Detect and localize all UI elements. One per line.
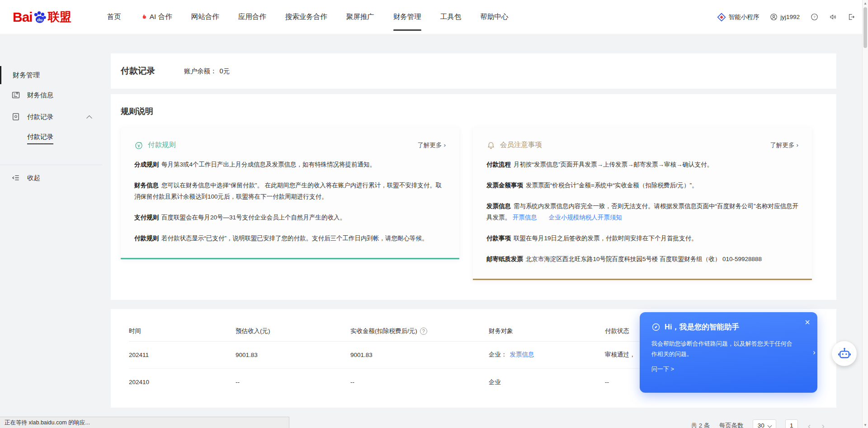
note-paragraph: 发票金额事项发票票面“价税合计”金额=系统中“实收金额（扣除税费后/元）”。 (486, 180, 798, 191)
scroll-up-arrow[interactable]: ▲ (863, 0, 868, 6)
invoice-info-cell-link[interactable]: 发票信息 (510, 351, 534, 358)
sidebar-divider (0, 165, 103, 165)
nav-item-website[interactable]: 网站合作 (182, 0, 229, 34)
col-header-finance-object: 财务对象 (489, 327, 605, 335)
id-card-icon (11, 90, 20, 100)
chevron-right-icon[interactable]: › (813, 348, 816, 357)
user-icon (770, 13, 778, 21)
note-paragraph: 邮寄纸质发票北京市海淀区西北旺东路10号院百度科技园5号楼 百度联盟财务组（收）… (486, 254, 798, 265)
speaker-icon (829, 13, 837, 21)
nav-item-home[interactable]: 首页 (98, 0, 131, 34)
scroll-down-arrow[interactable]: ▼ (863, 422, 868, 428)
topbar-right: 智能小程序 jyj1992 ? (717, 13, 855, 22)
badge-star-icon (11, 112, 20, 121)
page-title-bar: 付款记录 账户余额：0元 (111, 53, 836, 89)
logout-icon (848, 13, 855, 21)
col-header-estimated-income: 预估收入(元) (236, 327, 350, 335)
nav-item-search-biz[interactable]: 搜索业务合作 (276, 0, 337, 34)
member-notes-card: 会员注意事项 了解更多› 付款流程月初按“发票信息”页面开具发票→上传发票→邮寄… (473, 128, 812, 280)
account-balance-value: 0元 (220, 67, 230, 75)
rule-paragraph: 分成规则每月第3或4个工作日产出上月分成信息及发票信息，如有特殊情况将提前通知。 (134, 159, 446, 171)
sidebar-item-payment-record[interactable]: 付款记录 (0, 106, 111, 128)
chevron-right-icon: › (797, 142, 799, 148)
main-nav: 首页 AI 合作 网站合作 应用合作 搜索业务合作 聚屏推广 财务管理 工具包 … (98, 0, 518, 34)
cell-time: 202411 (129, 352, 236, 358)
member-notes-card-title: 会员注意事项 (500, 140, 542, 150)
chevron-right-icon: › (444, 142, 446, 148)
prev-page-button[interactable]: ‹ (807, 421, 812, 428)
close-icon[interactable]: × (805, 318, 810, 327)
nav-item-juping[interactable]: 聚屏推广 (337, 0, 384, 34)
rules-section-title: 规则说明 (121, 106, 826, 117)
bell-icon (486, 141, 495, 150)
note-paragraph: 付款流程月初按“发票信息”页面开具发票→上传发票→邮寄发票→审核→确认支付。 (486, 159, 798, 171)
collapse-icon (11, 173, 20, 182)
account-balance: 账户余额：0元 (184, 67, 230, 76)
sound-button[interactable] (829, 13, 837, 21)
nav-item-help[interactable]: 帮助中心 (471, 0, 518, 34)
payment-rules-more-link[interactable]: 了解更多› (418, 141, 446, 149)
cell-time: 202410 (129, 379, 236, 385)
scrollbar-thumb[interactable] (863, 7, 867, 48)
cell-finance-object: 企业：发票信息 (489, 351, 605, 359)
member-notes-more-link[interactable]: 了解更多› (770, 141, 799, 149)
col-header-time: 时间 (129, 327, 236, 335)
baidu-union-logo[interactable]: Bai du 联盟 (13, 9, 71, 25)
sidebar-subitem-payment-record[interactable]: 付款记录 (0, 128, 111, 149)
robot-icon (837, 346, 852, 361)
rule-paragraph: 财务信息您可以在财务信息中选择“保留付款”。 在此期间您产生的收入将在账户内进行… (134, 180, 446, 203)
help-button[interactable]: ? (811, 13, 818, 21)
rule-paragraph: 支付规则百度联盟会在每月20号—31号支付企业会员上个自然月产生的收入。 (134, 212, 446, 224)
logo-text-bai: Bai (13, 10, 33, 25)
compass-icon (651, 323, 660, 332)
vertical-scrollbar[interactable]: ▲ ▼ (862, 0, 868, 428)
question-circle-icon: ? (811, 13, 818, 21)
cell-actual: 9001.83 (350, 352, 489, 358)
cell-finance-object: 企业 (489, 378, 605, 386)
nav-item-ai[interactable]: AI 合作 (131, 0, 182, 34)
cell-estimated: -- (236, 379, 350, 385)
chevron-down-icon (767, 423, 772, 428)
cell-actual: -- (350, 379, 489, 385)
coin-icon (134, 141, 143, 150)
page-title: 付款记录 (121, 65, 155, 77)
nav-item-finance[interactable]: 财务管理 (384, 0, 431, 34)
payment-rules-card-title: 付款规则 (148, 140, 176, 150)
total-count: 共 2 条 (691, 422, 710, 428)
browser-status-bar: 正在等待 xlab.baidu.com 的响应... (0, 417, 289, 428)
col-header-actual-amount: 实收金额(扣除税费后/元) ? (350, 327, 489, 335)
logo-text-union: 联盟 (48, 9, 71, 25)
help-circle-icon[interactable]: ? (420, 328, 427, 335)
small-taxpayer-guide-link[interactable]: 企业小规模纳税人开票须知 (549, 214, 622, 221)
sidebar-group-finance-management[interactable]: 财务管理 (0, 66, 111, 84)
chevron-up-icon (86, 115, 92, 121)
note-paragraph: 发票信息需与系统内发票信息内容完全一致，否则无法支付。请根据发票信息页面中“百度… (486, 201, 798, 224)
assistant-popup: Hi，我是您的智能助手 × 我会帮助您诊断合作链路问题，以及解答您关于任何合作相… (640, 312, 817, 393)
ask-now-link[interactable]: 问一下 > (651, 365, 674, 373)
page-number[interactable]: 1 (785, 419, 798, 428)
miniprogram-diamond-icon (717, 13, 726, 22)
payment-rules-card: 付款规则 了解更多› 分成规则每月第3或4个工作日产出上月分成信息及发票信息，如… (121, 128, 459, 259)
per-page-label: 每页条数 (719, 422, 744, 428)
svg-text:?: ? (813, 15, 816, 19)
flame-icon (140, 13, 147, 21)
per-page-select[interactable]: 30 (753, 419, 776, 428)
next-page-button[interactable]: › (821, 421, 826, 428)
nav-item-app[interactable]: 应用合作 (229, 0, 276, 34)
sidebar: 财务管理 财务信息 付款记录 付款记录 收起 (0, 34, 111, 189)
invoice-info-link[interactable]: 开票信息 (513, 214, 537, 221)
sidebar-item-finance-info[interactable]: 财务信息 (0, 84, 111, 106)
baidu-paw-icon: du (32, 10, 47, 25)
rules-section: 规则说明 付款规则 了解更多› 分成规则每月第3或4个工作日产出上月分成信息及发… (111, 94, 836, 300)
rule-paragraph: 付款规则若付款状态显示“已支付”，说明联盟已安排了您的付款。支付后三个工作日内到… (134, 233, 446, 244)
smart-miniprogram-link[interactable]: 智能小程序 (717, 13, 760, 22)
cell-estimated: 9001.83 (236, 352, 350, 358)
user-account[interactable]: jyj1992 (770, 13, 800, 21)
nav-item-toolkit[interactable]: 工具包 (431, 0, 471, 34)
svg-text:du: du (37, 17, 42, 22)
assistant-popup-body: 我会帮助您诊断合作链路问题，以及解答您关于任何合作相关的问题。 (651, 339, 796, 360)
logout-button[interactable] (848, 13, 855, 21)
sidebar-collapse-button[interactable]: 收起 (0, 167, 111, 189)
assistant-popup-title: Hi，我是您的智能助手 (665, 322, 739, 332)
assistant-float-button[interactable] (832, 341, 857, 366)
